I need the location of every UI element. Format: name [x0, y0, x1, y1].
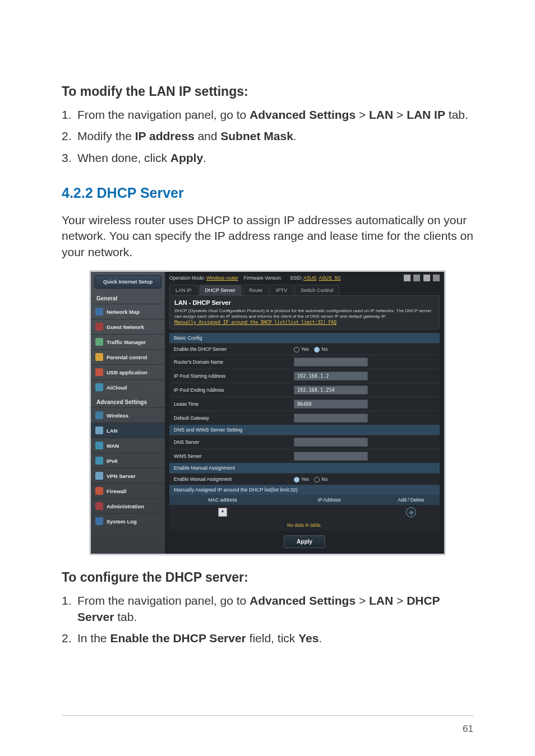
label: Network Map	[107, 309, 140, 315]
wireless-icon	[95, 411, 103, 419]
radio-label-yes: Yes	[301, 476, 309, 482]
tab-iptv[interactable]: IPTV	[270, 285, 293, 295]
radio-label-yes: Yes	[301, 346, 309, 352]
label-dns: DNS Server	[169, 437, 290, 448]
no-data-text: No data in table.	[169, 520, 440, 531]
sidebar-item-usb-application[interactable]: USB application	[91, 364, 165, 379]
row-pool-end: IP Pool Ending Address	[169, 383, 440, 397]
sidebar-item-wireless[interactable]: Wireless	[91, 407, 165, 423]
input-pool-start[interactable]	[294, 372, 368, 381]
step-text: From the navigation panel, go to	[77, 108, 250, 121]
tab-route[interactable]: Route	[243, 285, 269, 295]
row-enable-manual: Enable Manual Assignment Yes No	[169, 473, 440, 485]
radio-enable-dhcp-no[interactable]	[314, 347, 320, 353]
panel-title: LAN - DHCP Server	[174, 299, 435, 306]
wan-icon	[95, 442, 103, 449]
step-1: 1. From the navigation panel, go to Adva…	[62, 107, 473, 123]
section-manual-list: Manually Assigned IP around the DHCP lis…	[169, 485, 440, 495]
step-2: 2. In the Enable the DHCP Server field, …	[62, 630, 473, 646]
label-wins: WINS Server	[169, 451, 290, 462]
sidebar-item-aicloud[interactable]: AiCloud	[91, 379, 165, 395]
administration-icon	[95, 502, 103, 510]
sidebar: Quick Internet Setup General Network Map…	[91, 272, 165, 554]
section-enable-manual: Enable Manual Assignment	[169, 463, 440, 473]
add-button[interactable]: ⊕	[406, 507, 416, 517]
label-gateway: Default Gateway	[169, 412, 290, 424]
opmode-value[interactable]: Wireless router	[206, 275, 238, 281]
table-header: MAC address IP Address Add / Delete	[169, 495, 440, 505]
input-lease[interactable]	[294, 400, 368, 409]
dhcp-description: Your wireless router uses DHCP to assign…	[62, 212, 473, 260]
panel-desc: DHCP (Dynamic Host Configuration Protoco…	[174, 308, 435, 326]
radio-manual-yes[interactable]	[294, 477, 299, 483]
page-number: 61	[463, 723, 473, 735]
row-wins: WINS Server	[169, 449, 440, 463]
mid: field, tick	[246, 632, 298, 644]
post: .	[319, 632, 322, 644]
label: IPv6	[107, 458, 118, 464]
col-mac: MAC address	[169, 495, 276, 505]
status-icon[interactable]	[413, 275, 420, 281]
section-basic-config: Basic Config	[169, 333, 440, 343]
sidebar-item-network-map[interactable]: Network Map	[91, 304, 165, 319]
topbar-icons	[402, 275, 440, 281]
label: USB application	[107, 369, 147, 375]
steps-modify-lan: 1. From the navigation panel, go to Adva…	[62, 107, 473, 166]
bold: LAN	[369, 108, 393, 121]
sidebar-item-lan[interactable]: LAN	[91, 423, 165, 438]
sidebar-item-wan[interactable]: WAN	[91, 438, 165, 453]
refresh-icon[interactable]	[423, 275, 430, 281]
ssid-label: SSID:	[290, 275, 302, 281]
tab-dhcp-server[interactable]: DHCP Server	[199, 285, 242, 295]
bold: LAN IP	[407, 108, 445, 121]
radio-enable-dhcp-yes[interactable]	[294, 347, 299, 353]
label: VPN Server	[107, 473, 136, 479]
panel-header: LAN - DHCP Server DHCP (Dynamic Host Con…	[169, 295, 440, 330]
system-log-icon	[95, 517, 103, 525]
sidebar-item-traffic-manager[interactable]: Traffic Manager	[91, 334, 165, 349]
parental-control-icon	[95, 353, 103, 361]
label-enable-manual: Enable Manual Assignment	[169, 474, 290, 485]
bold: Advanced Settings	[250, 594, 356, 607]
sidebar-item-guest-network[interactable]: Guest Network	[91, 319, 165, 334]
radio-manual-no[interactable]	[314, 477, 320, 483]
input-gateway[interactable]	[294, 414, 368, 423]
tab-lan-ip[interactable]: LAN IP	[169, 285, 198, 295]
label-domain: Router's Domain Name	[169, 356, 290, 368]
tab-switch-control[interactable]: Switch Control	[294, 285, 339, 295]
lan-icon	[95, 426, 103, 434]
tabs: LAN IP DHCP Server Route IPTV Switch Con…	[165, 281, 444, 295]
ssid-2[interactable]: ASUS_5G	[319, 275, 341, 281]
sep: >	[356, 108, 369, 121]
panel-desc-link[interactable]: Manually Assigned IP around the DHCP lis…	[174, 320, 336, 325]
label: System Log	[107, 518, 137, 525]
sidebar-item-system-log[interactable]: System Log	[91, 513, 165, 528]
bold: Advanced Settings	[250, 108, 356, 121]
input-wins[interactable]	[294, 452, 368, 461]
row-lease: Lease Time	[169, 397, 440, 411]
apply-button[interactable]: Apply	[284, 535, 325, 548]
row-gateway: Default Gateway	[169, 411, 440, 425]
ssid-1[interactable]: ASUS	[303, 275, 316, 281]
row-pool-start: IP Pool Starting Address	[169, 369, 440, 383]
traffic-manager-icon	[95, 338, 103, 346]
quick-internet-setup-button[interactable]: Quick Internet Setup	[94, 275, 162, 289]
radio-label-no: No	[321, 476, 328, 482]
sidebar-item-parental-control[interactable]: Parental control	[91, 349, 165, 364]
sidebar-item-firewall[interactable]: Firewall	[91, 483, 165, 498]
label-enable-dhcp: Enable the DHCP Server	[169, 344, 290, 355]
sidebar-item-ipv6[interactable]: IPv6	[91, 453, 165, 468]
bold: Enable the DHCP Server	[110, 632, 246, 644]
usb-icon[interactable]	[404, 275, 411, 281]
mac-dropdown[interactable]: ▾	[218, 508, 227, 517]
input-dns[interactable]	[294, 438, 368, 447]
label: Traffic Manager	[107, 339, 146, 345]
sep: >	[393, 594, 407, 607]
lang-icon[interactable]	[433, 275, 440, 281]
input-pool-end[interactable]	[294, 386, 368, 395]
sidebar-item-administration[interactable]: Administration	[91, 498, 165, 513]
sidebar-item-vpn-server[interactable]: VPN Server	[91, 468, 165, 483]
input-domain[interactable]	[294, 358, 368, 367]
aicloud-icon	[95, 383, 103, 391]
row-domain: Router's Domain Name	[169, 355, 440, 369]
